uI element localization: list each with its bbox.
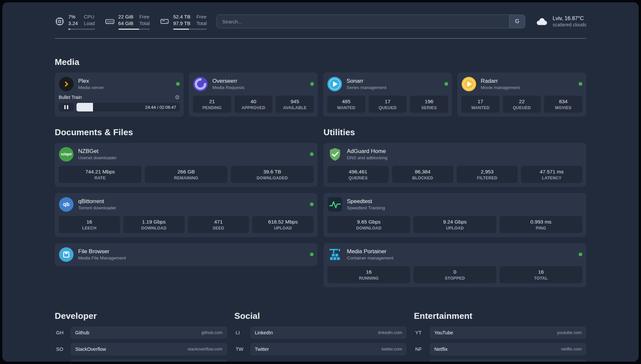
bookmark-group-social: Social LI LinkedIn linkedin.com TW Twitt… xyxy=(234,311,407,362)
service-card-radarr[interactable]: Radarr Movie management 17 WANTED 22 QUE… xyxy=(457,73,586,117)
disk-free-value: 52.4 TB xyxy=(173,14,190,20)
bookmark-row: LI LinkedIn linkedin.com xyxy=(234,326,407,339)
memory-total-label: Total xyxy=(139,20,150,27)
stat-total: 16 TOTAL xyxy=(500,266,582,283)
service-card-sonarr[interactable]: Sonarr Series management 485 WANTED 17 Q… xyxy=(323,73,452,117)
service-name: File Browser xyxy=(78,248,126,255)
section-utilities: Utilities AdGuard Home xyxy=(323,127,586,287)
bookmark-reddit[interactable]: Reddit reddit.com xyxy=(430,359,586,362)
cpu-usage-bar xyxy=(68,29,95,30)
status-dot xyxy=(444,82,448,86)
stat-latency: 47.571 ms LATENCY xyxy=(521,166,582,183)
disk-icon xyxy=(160,16,169,26)
service-card-speedtest[interactable]: Speedtest Speedtest Tracking 9.65 Gbps D… xyxy=(323,193,586,237)
bookmark-abbr: GH xyxy=(55,330,71,335)
stat-queries: 498,461 QUERIES xyxy=(327,166,389,183)
radarr-icon xyxy=(461,76,476,92)
stat-leech: 16 LEECH xyxy=(59,216,120,233)
memory-usage-bar-fill xyxy=(118,29,139,30)
status-dot xyxy=(310,253,314,256)
stat-running: 16 RUNNING xyxy=(327,266,410,283)
service-description: Movie management xyxy=(481,85,520,90)
service-description: Media server xyxy=(78,85,104,90)
service-card-nzbget[interactable]: nzbget NZBGet Usenet downloader 744.21 M… xyxy=(55,143,318,187)
weather-widget: Lviv, 16.87°C scattered clouds xyxy=(535,15,586,27)
bookmark-group-title: Entertainment xyxy=(414,311,586,321)
bookmark-github[interactable]: Github github.com xyxy=(71,326,227,339)
disk-total-value: 97.9 TB xyxy=(173,20,190,27)
service-description: Series management xyxy=(347,85,386,90)
playback-progress-bar[interactable]: 24:44 / 02:06:47 xyxy=(76,103,180,111)
service-card-filebrowser[interactable]: File Browser Media File Management xyxy=(55,243,318,266)
search-input[interactable] xyxy=(217,15,509,28)
portainer-icon xyxy=(327,247,343,262)
stat-stopped: 0 STOPPED xyxy=(413,266,496,283)
cpu-load-value: 3.24 xyxy=(68,20,78,27)
bookmark-group-title: Social xyxy=(234,311,407,321)
service-card-qbittorrent[interactable]: qb qBittorrent Torrent downloader 16 xyxy=(55,193,318,237)
cpu-icon xyxy=(55,16,65,26)
stat-ping: 0.993 ms PING xyxy=(500,216,582,233)
pause-button[interactable] xyxy=(59,103,74,111)
stat-download: 9.65 Gbps DOWNLOAD xyxy=(327,216,410,233)
bookmark-youtube[interactable]: YouTube youtube.com xyxy=(430,326,586,339)
service-description: Usenet downloader xyxy=(78,155,116,160)
memory-free-label: Free xyxy=(139,14,150,20)
status-dot xyxy=(176,82,180,86)
memory-widget: 22 GiB 64 GiB Free Total xyxy=(105,14,150,30)
service-card-adguard[interactable]: AdGuard Home DNS and adblocking 498,461 … xyxy=(323,143,586,187)
bookmark-row: YT YouTube youtube.com xyxy=(414,326,586,339)
bookmark-twitter[interactable]: Twitter twitter.com xyxy=(250,343,407,355)
bookmark-netflix[interactable]: Netflix netflix.com xyxy=(430,343,586,355)
service-name: qBittorrent xyxy=(78,198,116,205)
bookmark-group-developer: Developer GH Github github.com SO StackO… xyxy=(55,311,227,362)
disk-usage-bar-fill xyxy=(173,29,189,30)
stat-downloaded: 39.6 TB DOWNLOADED xyxy=(231,166,314,183)
nzbget-icon: nzbget xyxy=(59,147,74,162)
dashboard-page: 7% 3.24 CPU Load xyxy=(2,2,639,362)
search-bar: G xyxy=(217,15,525,28)
service-card-plex[interactable]: Plex Media server Bullet Train ⚙ 24:4 xyxy=(55,73,184,117)
bookmark-stackoverflow[interactable]: StackOverflow stackoverflow.com xyxy=(71,343,227,355)
playback-progress-fill xyxy=(76,103,93,111)
disk-total-label: Total xyxy=(196,20,207,27)
stat-seed: 471 SEED xyxy=(188,216,249,233)
stat-pending: 21 PENDING xyxy=(193,96,231,113)
sonarr-icon xyxy=(327,76,342,92)
stat-download: 1.19 Gbps DOWNLOAD xyxy=(123,216,185,233)
status-dot xyxy=(310,152,314,156)
bookmark-dev[interactable]: DEV dev.to xyxy=(71,359,227,362)
bookmark-row: RE Reddit reddit.com xyxy=(414,359,586,362)
search-provider-button[interactable]: G xyxy=(509,15,525,28)
filebrowser-icon xyxy=(59,247,74,262)
weather-condition: scattered clouds xyxy=(553,22,586,27)
service-name: AdGuard Home xyxy=(347,148,387,155)
gear-icon[interactable]: ⚙ xyxy=(175,95,180,100)
memory-usage-bar xyxy=(118,29,150,30)
stat-queued: 17 QUEUED xyxy=(369,96,407,113)
service-card-overseerr[interactable]: Overseerr Media Requests 21 PENDING 40 A… xyxy=(189,73,318,117)
service-name: NZBGet xyxy=(78,148,116,155)
bookmark-group-entertainment: Entertainment YT YouTube youtube.com NF … xyxy=(414,311,586,362)
topbar-divider xyxy=(55,38,586,39)
stat-filtered: 2,953 FILTERED xyxy=(457,166,518,183)
stat-blocked: 86,384 BLOCKED xyxy=(392,166,453,183)
bookmark-row: SO StackOverflow stackoverflow.com xyxy=(55,343,227,355)
disk-free-label: Free xyxy=(196,14,207,20)
stat-remaining: 266 GB REMAINING xyxy=(145,166,228,183)
cpu-widget: 7% 3.24 CPU Load xyxy=(55,14,95,30)
speedtest-icon xyxy=(327,197,343,212)
service-name: Radarr xyxy=(481,78,520,84)
section-title-media: Media xyxy=(55,57,586,67)
service-card-portainer[interactable]: Media Portainer Container management 16 … xyxy=(323,243,586,287)
top-bar: 7% 3.24 CPU Load xyxy=(55,14,586,30)
service-name: Media Portainer xyxy=(347,248,393,255)
service-description: Media File Management xyxy=(78,256,126,260)
plex-icon xyxy=(59,76,74,92)
service-description: Media Requests xyxy=(212,85,245,90)
bookmark-row: DT DEV dev.to xyxy=(55,359,227,362)
stat-queued: 22 QUEUED xyxy=(503,96,541,113)
service-name: Speedtest xyxy=(347,198,385,205)
stat-wanted: 485 WANTED xyxy=(327,96,365,113)
bookmark-linkedin[interactable]: LinkedIn linkedin.com xyxy=(250,326,407,339)
